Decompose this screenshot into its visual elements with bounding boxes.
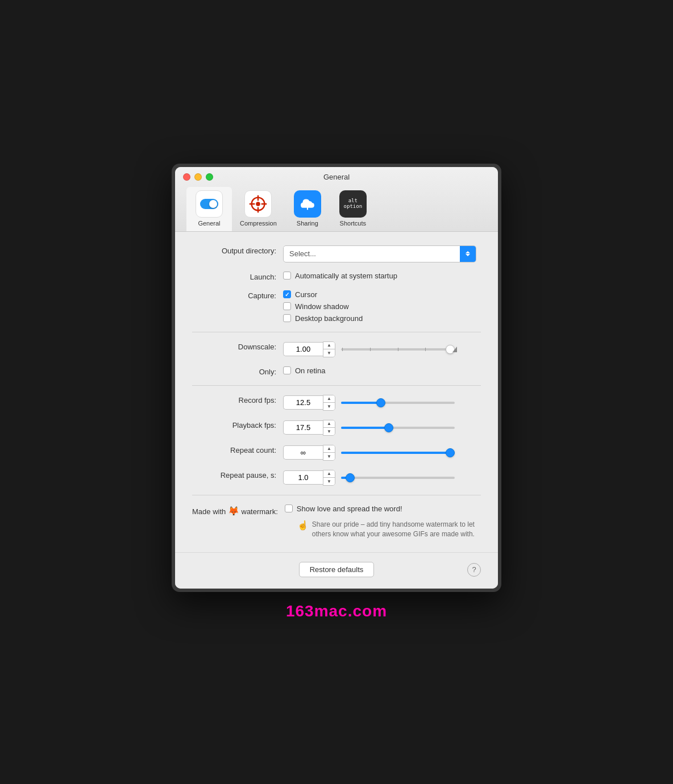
help-button[interactable]: ? [467,563,481,577]
record-fps-decrement[interactable]: ▼ [323,403,335,410]
downscale-stepper: ▲ ▼ [283,341,335,357]
divider-3 [192,495,481,495]
repeat-count-label: Repeat count: [192,445,283,454]
on-retina-checkbox-row: On retina [283,366,481,375]
traffic-lights [183,173,213,181]
window-wrapper: General General [172,164,501,593]
output-directory-label: Output directory: [192,245,283,255]
repeat-count-stepper-buttons: ▲ ▼ [323,445,335,461]
tab-sharing-label: Sharing [297,220,318,227]
launch-checkbox[interactable] [283,272,291,280]
tick [425,348,426,351]
repeat-pause-control: ▲ ▼ [283,470,481,486]
tab-shortcuts[interactable]: alt option Shortcuts [330,187,376,231]
tab-compression[interactable]: Compression [232,187,285,231]
repeat-count-input[interactable] [283,445,323,460]
tab-sharing[interactable]: Sharing [285,187,330,231]
desktop-bg-checkbox-row: Desktop background [283,314,481,323]
record-fps-slider-container: ▲ ▼ [283,395,481,411]
svg-point-1 [256,202,261,206]
playback-fps-input[interactable] [283,420,323,435]
capture-row: Capture: Cursor Window shadow Desktop ba… [192,290,481,323]
tab-general[interactable]: General [186,187,232,231]
repeat-pause-stepper-buttons: ▲ ▼ [323,470,335,486]
maximize-button[interactable] [206,173,213,181]
downscale-stepper-buttons: ▲ ▼ [323,341,335,357]
bottom-bar: Restore defaults ? [175,552,498,589]
window-title: General [323,173,350,181]
record-fps-slider-track[interactable] [341,402,455,404]
launch-checkbox-row: Automatically at system startup [283,272,481,280]
title-bar-top: General [183,173,490,181]
divider-1 [192,332,481,332]
playback-fps-thumb[interactable] [384,423,393,432]
playback-fps-decrement[interactable]: ▼ [323,428,335,435]
repeat-count-slider-track[interactable] [341,452,455,454]
cursor-label: Cursor [295,290,317,299]
downscale-input[interactable] [283,342,323,356]
watermark-checkbox[interactable] [285,504,293,512]
window-shadow-checkbox-row: Window shadow [283,302,481,311]
repeat-pause-increment[interactable]: ▲ [323,470,335,478]
output-directory-select[interactable]: Select... [283,245,476,262]
title-bar: General General [175,167,498,232]
minimize-button[interactable] [194,173,202,181]
only-control: On retina [283,366,481,375]
toolbar: General Compression [183,187,490,231]
toggle-icon [200,199,218,209]
general-tab-icon [196,190,223,218]
record-fps-thumb[interactable] [376,398,385,407]
tab-shortcuts-label: Shortcuts [340,220,366,227]
on-retina-checkbox[interactable] [283,366,291,374]
playback-fps-increment[interactable]: ▲ [323,420,335,428]
repeat-count-fill [341,452,455,454]
watermark-desc-text: Share our pride – add tiny handsome wate… [312,520,481,539]
downscale-decrement[interactable]: ▼ [323,349,335,357]
repeat-pause-input[interactable] [283,470,323,485]
playback-fps-slider-container: ▲ ▼ [283,420,481,436]
launch-row: Launch: Automatically at system startup [192,272,481,281]
repeat-pause-decrement[interactable]: ▼ [323,478,335,485]
repeat-pause-slider-track[interactable] [341,477,455,479]
downscale-slider-track[interactable] [341,348,455,351]
record-fps-input[interactable] [283,395,323,410]
restore-defaults-button[interactable]: Restore defaults [299,562,375,577]
output-directory-control: Select... [283,245,481,262]
footer-text: 163mac.com [286,602,387,620]
content-area: Output directory: Select... Launch: [175,232,498,553]
watermark-description: ☝️ Share our pride – add tiny handsome w… [285,520,481,539]
downscale-increment[interactable]: ▲ [323,342,335,349]
record-fps-stepper: ▲ ▼ [283,395,335,411]
watermark-checkbox-row: Show love and spread the word! [285,504,481,513]
close-button[interactable] [183,173,190,181]
playback-fps-stepper: ▲ ▼ [283,420,335,436]
desktop-background-checkbox[interactable] [283,314,291,322]
chevron-down-icon [466,254,470,256]
window-shadow-checkbox[interactable] [283,302,291,310]
chevron-up-icon [466,251,470,253]
select-arrow-icon[interactable] [460,246,476,262]
playback-fps-row: Playback fps: ▲ ▼ [192,420,481,436]
output-directory-value: Select... [284,247,460,260]
watermark-option-label: Show love and spread the word! [297,504,402,513]
repeat-pause-slider-container: ▲ ▼ [283,470,481,486]
repeat-count-thumb[interactable] [446,448,455,457]
playback-fps-label: Playback fps: [192,420,283,429]
playback-fps-slider-track[interactable] [341,427,455,429]
repeat-count-decrement[interactable]: ▼ [323,453,335,460]
capture-label: Capture: [192,290,283,300]
repeat-pause-stepper: ▲ ▼ [283,470,335,486]
window-shadow-label: Window shadow [295,302,349,311]
downscale-label: Downscale: [192,341,283,351]
record-fps-increment[interactable]: ▲ [323,395,335,403]
repeat-pause-label: Repeat pause, s: [192,470,283,479]
repeat-pause-thumb[interactable] [346,473,355,482]
tab-compression-label: Compression [240,220,277,227]
cursor-checkbox[interactable] [283,290,291,298]
record-fps-control: ▲ ▼ [283,395,481,411]
repeat-count-increment[interactable]: ▲ [323,445,335,453]
main-window: General General [175,167,498,589]
cloud-svg [298,194,317,214]
tab-general-label: General [198,220,220,227]
playback-fps-control: ▲ ▼ [283,420,481,436]
